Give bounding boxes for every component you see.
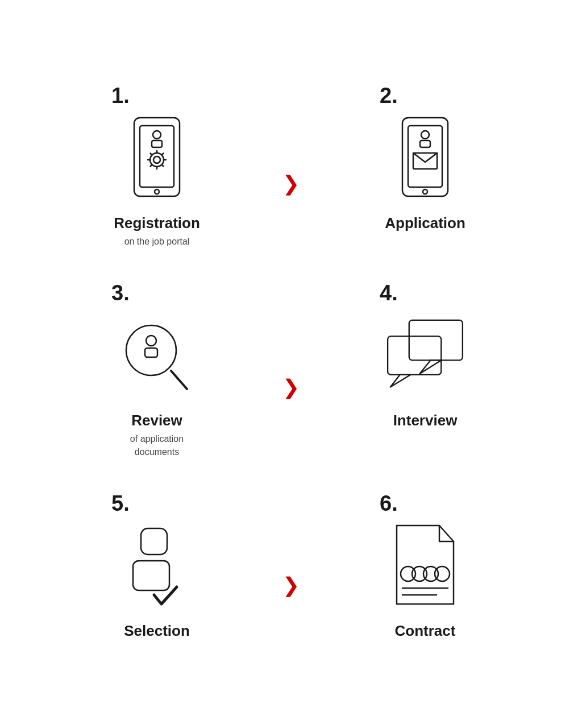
svg-rect-27 — [388, 336, 441, 375]
svg-point-34 — [435, 566, 450, 581]
arrow-5-6: ❯ — [268, 493, 314, 643]
arrow-1-2: ❯ — [268, 85, 314, 248]
svg-marker-28 — [390, 375, 411, 387]
step-6-icon — [380, 520, 471, 611]
step-6-title: Contract — [395, 622, 456, 640]
step-5: 5. Selection — [45, 493, 268, 643]
step-6-number: 6. — [380, 493, 398, 514]
svg-rect-4 — [152, 140, 162, 147]
step-1-subtitle: on the job portal — [124, 235, 190, 248]
arrow-3-4: ❯ — [268, 282, 314, 458]
main-grid: 1. — [0, 51, 582, 677]
svg-point-21 — [126, 325, 176, 375]
step-5-number: 5. — [111, 493, 130, 514]
step-2-title: Application — [385, 214, 465, 232]
step-4-number: 4. — [380, 282, 398, 304]
chevron-right-icon-2: ❯ — [282, 377, 300, 398]
svg-line-12 — [162, 165, 164, 167]
step-3-subtitle: of applicationdocuments — [130, 433, 184, 458]
svg-rect-30 — [133, 561, 169, 590]
step-5-title: Selection — [124, 622, 190, 640]
svg-line-22 — [171, 371, 187, 389]
svg-rect-29 — [141, 528, 167, 555]
step-2-icon — [380, 112, 471, 203]
step-4: 4. Interview — [314, 282, 537, 458]
svg-point-2 — [155, 189, 159, 194]
svg-line-14 — [151, 165, 152, 167]
svg-rect-24 — [145, 348, 157, 357]
svg-point-23 — [146, 336, 156, 346]
svg-rect-15 — [402, 118, 448, 196]
chevron-right-icon-3: ❯ — [282, 575, 300, 595]
step-1: 1. — [45, 85, 268, 248]
step-6: 6. Contract — [314, 493, 537, 643]
step-3-icon — [111, 309, 202, 400]
svg-point-18 — [421, 131, 429, 139]
chevron-right-icon: ❯ — [282, 173, 300, 194]
svg-rect-19 — [420, 140, 430, 147]
step-1-icon — [111, 112, 202, 203]
step-3: 3. Review of applicationdocuments — [45, 282, 268, 458]
step-2: 2. Applica — [314, 85, 537, 248]
step-1-number: 1. — [111, 85, 130, 106]
step-1-title: Registration — [114, 214, 200, 232]
step-4-icon — [380, 309, 471, 400]
svg-point-3 — [153, 131, 161, 139]
svg-line-11 — [151, 154, 152, 155]
step-3-title: Review — [131, 412, 182, 429]
step-5-icon — [111, 520, 202, 611]
svg-point-6 — [153, 156, 160, 163]
step-3-number: 3. — [111, 282, 130, 304]
svg-rect-25 — [409, 320, 463, 361]
svg-line-13 — [162, 154, 164, 155]
step-2-number: 2. — [380, 85, 398, 106]
svg-point-17 — [423, 189, 427, 194]
svg-marker-26 — [420, 361, 442, 374]
step-4-title: Interview — [393, 412, 458, 429]
